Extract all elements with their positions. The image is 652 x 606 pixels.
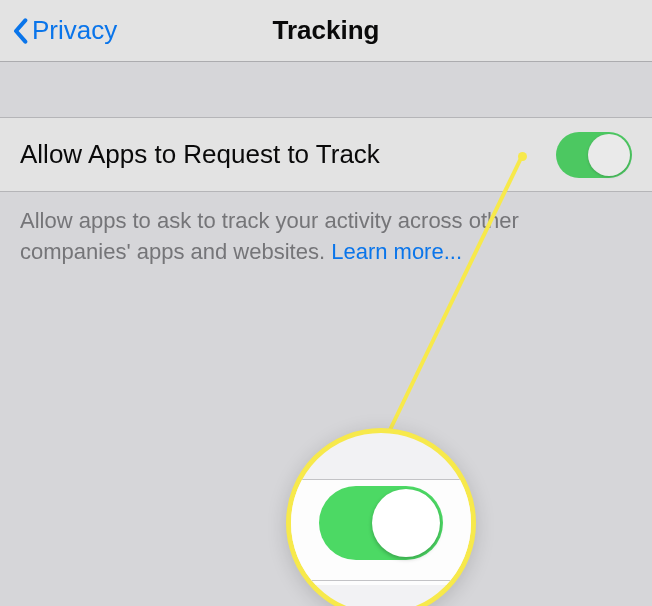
magnified-toggle-knob <box>372 489 440 557</box>
callout-magnifier <box>286 428 476 606</box>
allow-tracking-row: Allow Apps to Request to Track <box>0 118 652 192</box>
back-button[interactable]: Privacy <box>0 15 117 46</box>
chevron-left-icon <box>12 17 28 45</box>
learn-more-link[interactable]: Learn more... <box>331 239 462 264</box>
allow-tracking-label: Allow Apps to Request to Track <box>20 139 380 170</box>
section-spacer <box>0 62 652 118</box>
allow-tracking-toggle[interactable] <box>556 132 632 178</box>
toggle-knob <box>588 134 630 176</box>
callout-divider-top <box>291 479 471 480</box>
callout-anchor-dot <box>518 152 527 161</box>
setting-description: Allow apps to ask to track your activity… <box>0 192 652 282</box>
back-label: Privacy <box>32 15 117 46</box>
navigation-bar: Privacy Tracking <box>0 0 652 62</box>
page-title: Tracking <box>273 15 380 46</box>
magnified-toggle <box>319 486 443 560</box>
callout-divider-bottom <box>291 580 471 581</box>
